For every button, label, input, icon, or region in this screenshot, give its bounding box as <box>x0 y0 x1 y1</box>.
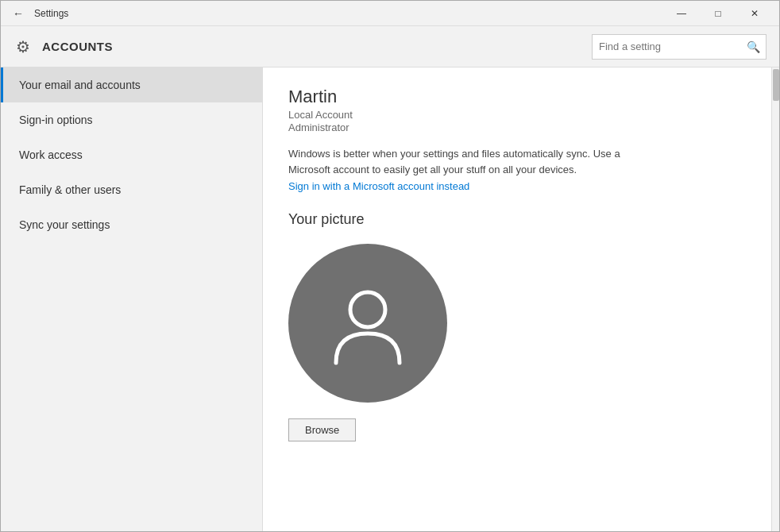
accounts-icon: ⚙ <box>14 37 33 56</box>
user-account-type: Local Account <box>288 109 746 121</box>
avatar-icon <box>328 279 407 367</box>
maximize-button[interactable]: □ <box>700 1 736 26</box>
browse-button[interactable]: Browse <box>288 418 356 441</box>
scrollbar-thumb[interactable] <box>773 69 779 101</box>
picture-section-title: Your picture <box>288 211 746 228</box>
avatar <box>288 244 447 403</box>
content-area: Martin Local Account Administrator Windo… <box>263 67 771 531</box>
header-bar: ⚙ ACCOUNTS 🔍 <box>1 26 779 67</box>
back-button[interactable]: ← <box>7 2 29 25</box>
search-input[interactable] <box>593 40 740 52</box>
sign-in-link[interactable]: Sign in with a Microsoft account instead <box>288 180 746 192</box>
sidebar: Your email and accounts Sign-in options … <box>1 67 263 531</box>
settings-window: ← Settings — □ ✕ ⚙ ACCOUNTS 🔍 Your email… <box>0 0 780 532</box>
title-bar: ← Settings — □ ✕ <box>1 1 779 26</box>
user-role: Administrator <box>288 121 746 133</box>
user-name: Martin <box>288 87 746 107</box>
svg-point-0 <box>350 292 385 327</box>
window-controls: — □ ✕ <box>663 1 773 26</box>
main-layout: Your email and accounts Sign-in options … <box>1 67 779 531</box>
sidebar-item-sign-in-options[interactable]: Sign-in options <box>1 102 262 137</box>
sidebar-item-family-other-users[interactable]: Family & other users <box>1 172 262 207</box>
sidebar-item-email-accounts[interactable]: Your email and accounts <box>1 67 262 102</box>
scrollbar-track <box>771 67 779 531</box>
window-title: Settings <box>34 8 68 19</box>
search-box: 🔍 <box>592 34 766 60</box>
sidebar-item-sync-settings[interactable]: Sync your settings <box>1 207 262 242</box>
minimize-button[interactable]: — <box>663 1 700 26</box>
sidebar-item-work-access[interactable]: Work access <box>1 137 262 172</box>
sync-message: Windows is better when your settings and… <box>288 146 654 177</box>
close-button[interactable]: ✕ <box>736 1 773 26</box>
header-title: ACCOUNTS <box>42 40 113 53</box>
search-button[interactable]: 🔍 <box>740 34 766 60</box>
